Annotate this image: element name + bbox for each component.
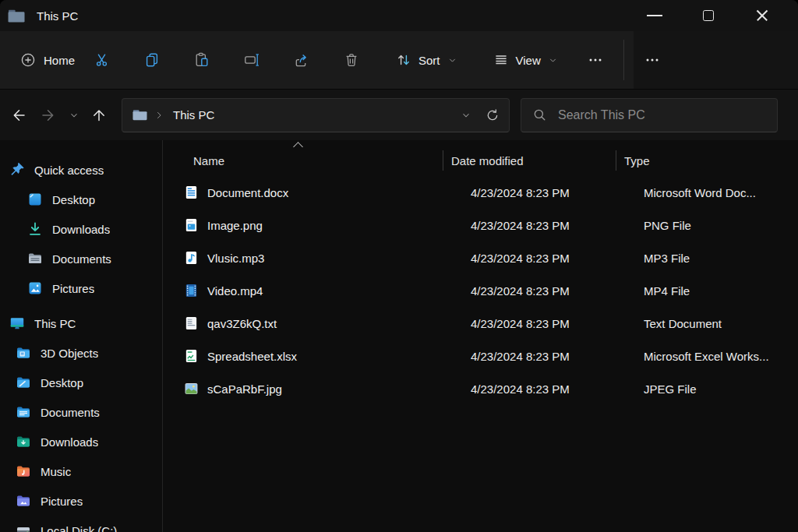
delete-button[interactable]	[334, 43, 369, 77]
sidebar-item-icon	[9, 162, 25, 178]
file-type: MP4 File	[636, 284, 798, 298]
file-date-modified: 4/23/2024 8:23 PM	[463, 186, 636, 199]
file-type-icon	[184, 315, 199, 331]
sidebar-item-icon	[16, 523, 31, 532]
sidebar-item[interactable]: This PC	[0, 308, 162, 338]
file-type-icon	[184, 381, 199, 396]
forward-button[interactable]	[34, 100, 63, 130]
close-button[interactable]	[735, 0, 789, 31]
paste-button[interactable]	[184, 43, 220, 77]
home-label: Home	[44, 54, 75, 67]
copy-icon	[144, 52, 160, 68]
cut-icon	[94, 52, 110, 68]
sidebar-item-label: Desktop	[41, 376, 83, 389]
file-list: Name Date modified Type Document.docx 4/…	[164, 140, 798, 532]
sidebar-item[interactable]: Downloads	[0, 214, 162, 244]
file-row[interactable]: Image.png 4/23/2024 8:23 PM PNG File	[164, 209, 798, 241]
up-button[interactable]	[84, 100, 114, 130]
file-row[interactable]: qav3Z6kQ.txt 4/23/2024 8:23 PM Text Docu…	[164, 307, 798, 340]
breadcrumb-location[interactable]: This PC	[173, 108, 214, 122]
sidebar-item[interactable]: Desktop	[0, 368, 162, 397]
explorer-tab[interactable]: This PC	[0, 0, 78, 31]
sidebar-item[interactable]: Desktop	[0, 185, 162, 214]
file-row[interactable]: Document.docx 4/23/2024 8:23 PM Microsof…	[164, 176, 798, 209]
chevron-down-icon	[447, 55, 457, 65]
view-button[interactable]: View	[486, 43, 566, 77]
file-row[interactable]: Vlusic.mp3 4/23/2024 8:23 PM MP3 File	[164, 241, 798, 274]
file-rows: Document.docx 4/23/2024 8:23 PM Microsof…	[164, 176, 798, 405]
file-date-modified: 4/23/2024 8:23 PM	[463, 382, 636, 396]
file-name: Image.png	[207, 219, 263, 232]
minimize-icon	[647, 15, 662, 16]
sidebar-item-label: Downloads	[52, 223, 110, 236]
copy-button[interactable]	[134, 43, 170, 77]
search-bar	[521, 98, 778, 132]
file-type-icon	[184, 283, 199, 298]
sidebar-item[interactable]: Pictures	[0, 486, 162, 516]
file-type: PNG File	[636, 219, 798, 232]
sidebar-item-label: Pictures	[41, 495, 83, 508]
address-bar[interactable]: This PC	[122, 98, 510, 132]
tab-title: This PC	[37, 9, 78, 23]
sidebar-item-icon	[16, 345, 31, 361]
sidebar-item[interactable]: Local Disk (C:)	[0, 516, 162, 532]
navigation-bar: This PC	[0, 90, 798, 140]
sidebar-item-label: Desktop	[52, 193, 95, 206]
sidebar-item[interactable]: 3D Objects	[0, 338, 162, 368]
file-type: JPEG File	[636, 382, 798, 396]
column-header-name[interactable]: Name	[164, 150, 443, 171]
share-button[interactable]	[284, 43, 320, 77]
column-header-date-modified[interactable]: Date modified	[443, 150, 616, 171]
sidebar-item[interactable]: Documents	[0, 244, 162, 273]
column-header-type[interactable]: Type	[616, 150, 798, 171]
rename-button[interactable]	[234, 43, 270, 77]
file-row[interactable]: Spreadsheet.xlsx 4/23/2024 8:23 PM Micro…	[164, 340, 798, 372]
see-more-icon	[644, 52, 660, 68]
delete-icon	[344, 52, 359, 68]
sidebar-item-label: Pictures	[52, 282, 94, 295]
sidebar-item[interactable]: Documents	[0, 397, 162, 427]
home-button[interactable]: Home	[11, 43, 84, 77]
sidebar-item-icon	[16, 434, 31, 449]
file-type-icon	[184, 217, 199, 233]
file-name-cell: Spreadsheet.xlsx	[184, 348, 463, 364]
file-row[interactable]: sCaPaRbF.jpg 4/23/2024 8:23 PM JPEG File	[164, 372, 798, 405]
file-type: Microsoft Word Doc...	[636, 186, 798, 199]
refresh-button[interactable]	[479, 101, 506, 129]
sidebar-item[interactable]: Downloads	[0, 427, 162, 456]
refresh-icon	[486, 108, 500, 122]
sidebar-item[interactable]: Music	[0, 456, 162, 486]
search-input[interactable]	[556, 107, 769, 123]
overflow-button[interactable]	[635, 43, 669, 77]
see-more-button[interactable]	[578, 43, 613, 77]
chevron-right-icon	[154, 110, 164, 121]
sidebar-item-label: This PC	[34, 317, 76, 330]
file-row[interactable]: Video.mp4 4/23/2024 8:23 PM MP4 File	[164, 274, 798, 307]
file-name-cell: qav3Z6kQ.txt	[184, 315, 463, 331]
sidebar-item-icon	[16, 404, 31, 420]
sort-button[interactable]: Sort	[388, 43, 465, 77]
recent-locations-button[interactable]	[63, 100, 84, 130]
address-dropdown-button[interactable]	[453, 101, 479, 129]
file-name-cell: sCaPaRbF.jpg	[184, 381, 463, 396]
sidebar-item-label: Downloads	[41, 435, 98, 449]
maximize-button[interactable]	[681, 0, 735, 31]
cut-button[interactable]	[84, 43, 120, 77]
file-date-modified: 4/23/2024 8:23 PM	[463, 350, 636, 363]
address-folder-icon	[132, 107, 148, 122]
view-label: View	[516, 54, 541, 67]
file-name: sCaPaRbF.jpg	[207, 382, 282, 396]
sidebar-item[interactable]: Pictures	[0, 273, 162, 303]
file-name: Video.mp4	[207, 284, 263, 298]
back-button[interactable]	[4, 100, 34, 130]
sidebar-item-label: 3D Objects	[41, 347, 98, 360]
see-more-icon	[588, 52, 603, 68]
file-name: Spreadsheet.xlsx	[207, 350, 297, 363]
sidebar-item[interactable]: Quick access	[0, 155, 162, 185]
minimize-button[interactable]	[627, 0, 681, 31]
sort-label: Sort	[418, 54, 440, 67]
sidebar-item-label: Music	[41, 465, 71, 478]
view-lines-icon	[493, 52, 509, 68]
plus-circle-icon	[20, 52, 36, 68]
file-name: Vlusic.mp3	[207, 252, 264, 265]
